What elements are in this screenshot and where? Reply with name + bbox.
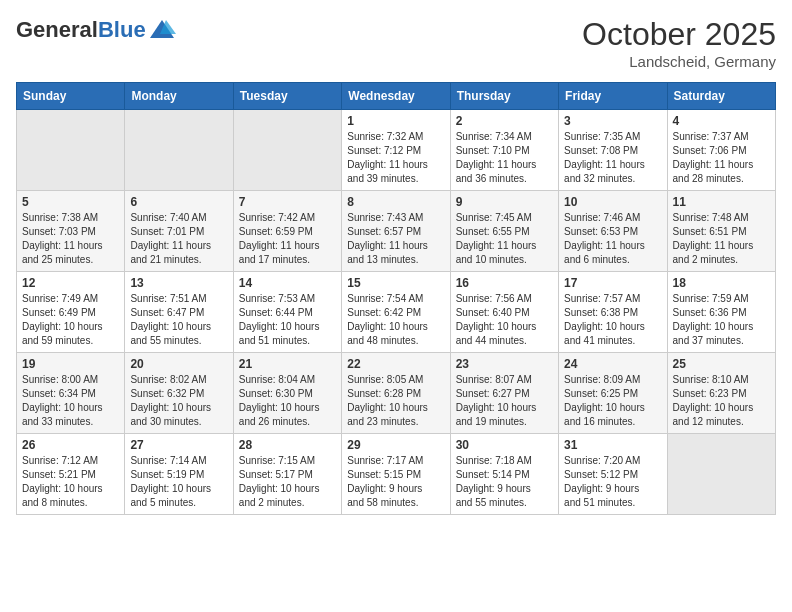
day-info: Sunrise: 7:45 AMSunset: 6:55 PMDaylight:… <box>456 211 553 267</box>
day-number: 28 <box>239 438 336 452</box>
day-number: 26 <box>22 438 119 452</box>
calendar-cell: 22Sunrise: 8:05 AMSunset: 6:28 PMDayligh… <box>342 353 450 434</box>
day-number: 29 <box>347 438 444 452</box>
day-info: Sunrise: 7:32 AMSunset: 7:12 PMDaylight:… <box>347 130 444 186</box>
day-number: 18 <box>673 276 770 290</box>
day-number: 5 <box>22 195 119 209</box>
logo-icon <box>148 16 176 44</box>
calendar-cell: 3Sunrise: 7:35 AMSunset: 7:08 PMDaylight… <box>559 110 667 191</box>
day-number: 16 <box>456 276 553 290</box>
calendar-table: SundayMondayTuesdayWednesdayThursdayFrid… <box>16 82 776 515</box>
calendar-cell: 30Sunrise: 7:18 AMSunset: 5:14 PMDayligh… <box>450 434 558 515</box>
day-number: 9 <box>456 195 553 209</box>
day-number: 8 <box>347 195 444 209</box>
calendar-cell: 23Sunrise: 8:07 AMSunset: 6:27 PMDayligh… <box>450 353 558 434</box>
calendar-cell: 8Sunrise: 7:43 AMSunset: 6:57 PMDaylight… <box>342 191 450 272</box>
week-row-3: 12Sunrise: 7:49 AMSunset: 6:49 PMDayligh… <box>17 272 776 353</box>
calendar-cell: 18Sunrise: 7:59 AMSunset: 6:36 PMDayligh… <box>667 272 775 353</box>
calendar-cell <box>667 434 775 515</box>
page-header: GeneralBlue October 2025 Landscheid, Ger… <box>16 16 776 70</box>
calendar-cell: 20Sunrise: 8:02 AMSunset: 6:32 PMDayligh… <box>125 353 233 434</box>
week-row-2: 5Sunrise: 7:38 AMSunset: 7:03 PMDaylight… <box>17 191 776 272</box>
calendar-cell: 31Sunrise: 7:20 AMSunset: 5:12 PMDayligh… <box>559 434 667 515</box>
day-info: Sunrise: 7:48 AMSunset: 6:51 PMDaylight:… <box>673 211 770 267</box>
day-info: Sunrise: 7:15 AMSunset: 5:17 PMDaylight:… <box>239 454 336 510</box>
day-info: Sunrise: 7:49 AMSunset: 6:49 PMDaylight:… <box>22 292 119 348</box>
weekday-header-wednesday: Wednesday <box>342 83 450 110</box>
day-info: Sunrise: 7:54 AMSunset: 6:42 PMDaylight:… <box>347 292 444 348</box>
day-info: Sunrise: 7:17 AMSunset: 5:15 PMDaylight:… <box>347 454 444 510</box>
day-info: Sunrise: 7:18 AMSunset: 5:14 PMDaylight:… <box>456 454 553 510</box>
calendar-cell: 21Sunrise: 8:04 AMSunset: 6:30 PMDayligh… <box>233 353 341 434</box>
weekday-header-tuesday: Tuesday <box>233 83 341 110</box>
calendar-cell: 25Sunrise: 8:10 AMSunset: 6:23 PMDayligh… <box>667 353 775 434</box>
day-info: Sunrise: 7:34 AMSunset: 7:10 PMDaylight:… <box>456 130 553 186</box>
calendar-cell <box>125 110 233 191</box>
calendar-cell: 27Sunrise: 7:14 AMSunset: 5:19 PMDayligh… <box>125 434 233 515</box>
day-number: 17 <box>564 276 661 290</box>
day-info: Sunrise: 8:07 AMSunset: 6:27 PMDaylight:… <box>456 373 553 429</box>
calendar-cell: 6Sunrise: 7:40 AMSunset: 7:01 PMDaylight… <box>125 191 233 272</box>
day-number: 23 <box>456 357 553 371</box>
day-info: Sunrise: 8:10 AMSunset: 6:23 PMDaylight:… <box>673 373 770 429</box>
day-info: Sunrise: 7:42 AMSunset: 6:59 PMDaylight:… <box>239 211 336 267</box>
day-number: 20 <box>130 357 227 371</box>
calendar-cell: 24Sunrise: 8:09 AMSunset: 6:25 PMDayligh… <box>559 353 667 434</box>
day-info: Sunrise: 7:40 AMSunset: 7:01 PMDaylight:… <box>130 211 227 267</box>
logo-general-text: General <box>16 17 98 42</box>
weekday-header-row: SundayMondayTuesdayWednesdayThursdayFrid… <box>17 83 776 110</box>
title-block: October 2025 Landscheid, Germany <box>582 16 776 70</box>
calendar-cell <box>17 110 125 191</box>
calendar-cell: 16Sunrise: 7:56 AMSunset: 6:40 PMDayligh… <box>450 272 558 353</box>
calendar-cell: 13Sunrise: 7:51 AMSunset: 6:47 PMDayligh… <box>125 272 233 353</box>
day-info: Sunrise: 7:35 AMSunset: 7:08 PMDaylight:… <box>564 130 661 186</box>
day-number: 14 <box>239 276 336 290</box>
day-info: Sunrise: 7:43 AMSunset: 6:57 PMDaylight:… <box>347 211 444 267</box>
calendar-cell: 1Sunrise: 7:32 AMSunset: 7:12 PMDaylight… <box>342 110 450 191</box>
week-row-5: 26Sunrise: 7:12 AMSunset: 5:21 PMDayligh… <box>17 434 776 515</box>
day-info: Sunrise: 7:37 AMSunset: 7:06 PMDaylight:… <box>673 130 770 186</box>
day-number: 3 <box>564 114 661 128</box>
calendar-cell: 4Sunrise: 7:37 AMSunset: 7:06 PMDaylight… <box>667 110 775 191</box>
logo: GeneralBlue <box>16 16 176 44</box>
calendar-cell: 28Sunrise: 7:15 AMSunset: 5:17 PMDayligh… <box>233 434 341 515</box>
day-info: Sunrise: 7:59 AMSunset: 6:36 PMDaylight:… <box>673 292 770 348</box>
day-info: Sunrise: 7:14 AMSunset: 5:19 PMDaylight:… <box>130 454 227 510</box>
day-info: Sunrise: 8:05 AMSunset: 6:28 PMDaylight:… <box>347 373 444 429</box>
day-number: 4 <box>673 114 770 128</box>
day-info: Sunrise: 8:09 AMSunset: 6:25 PMDaylight:… <box>564 373 661 429</box>
day-info: Sunrise: 8:00 AMSunset: 6:34 PMDaylight:… <box>22 373 119 429</box>
day-info: Sunrise: 7:57 AMSunset: 6:38 PMDaylight:… <box>564 292 661 348</box>
day-info: Sunrise: 7:12 AMSunset: 5:21 PMDaylight:… <box>22 454 119 510</box>
day-number: 27 <box>130 438 227 452</box>
calendar-cell: 15Sunrise: 7:54 AMSunset: 6:42 PMDayligh… <box>342 272 450 353</box>
day-number: 21 <box>239 357 336 371</box>
calendar-cell: 29Sunrise: 7:17 AMSunset: 5:15 PMDayligh… <box>342 434 450 515</box>
calendar-cell: 7Sunrise: 7:42 AMSunset: 6:59 PMDaylight… <box>233 191 341 272</box>
day-number: 11 <box>673 195 770 209</box>
calendar-cell: 11Sunrise: 7:48 AMSunset: 6:51 PMDayligh… <box>667 191 775 272</box>
calendar-cell <box>233 110 341 191</box>
day-info: Sunrise: 7:51 AMSunset: 6:47 PMDaylight:… <box>130 292 227 348</box>
calendar-cell: 17Sunrise: 7:57 AMSunset: 6:38 PMDayligh… <box>559 272 667 353</box>
day-number: 15 <box>347 276 444 290</box>
calendar-cell: 19Sunrise: 8:00 AMSunset: 6:34 PMDayligh… <box>17 353 125 434</box>
day-number: 30 <box>456 438 553 452</box>
day-info: Sunrise: 7:53 AMSunset: 6:44 PMDaylight:… <box>239 292 336 348</box>
day-number: 7 <box>239 195 336 209</box>
calendar-cell: 14Sunrise: 7:53 AMSunset: 6:44 PMDayligh… <box>233 272 341 353</box>
day-info: Sunrise: 7:46 AMSunset: 6:53 PMDaylight:… <box>564 211 661 267</box>
day-info: Sunrise: 7:38 AMSunset: 7:03 PMDaylight:… <box>22 211 119 267</box>
day-info: Sunrise: 7:20 AMSunset: 5:12 PMDaylight:… <box>564 454 661 510</box>
day-info: Sunrise: 8:04 AMSunset: 6:30 PMDaylight:… <box>239 373 336 429</box>
day-number: 6 <box>130 195 227 209</box>
location: Landscheid, Germany <box>582 53 776 70</box>
day-number: 22 <box>347 357 444 371</box>
month-title: October 2025 <box>582 16 776 53</box>
day-number: 2 <box>456 114 553 128</box>
day-number: 1 <box>347 114 444 128</box>
day-number: 19 <box>22 357 119 371</box>
logo-blue-text: Blue <box>98 17 146 42</box>
week-row-1: 1Sunrise: 7:32 AMSunset: 7:12 PMDaylight… <box>17 110 776 191</box>
day-number: 12 <box>22 276 119 290</box>
